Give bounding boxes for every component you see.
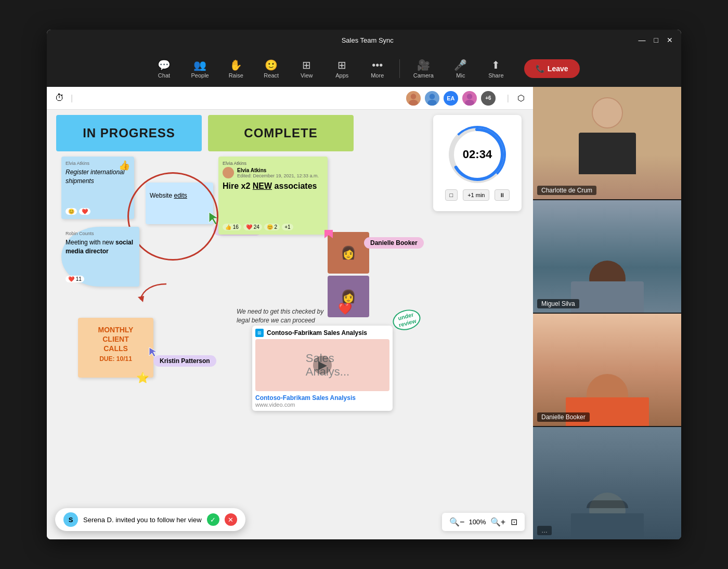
apps-button[interactable]: ⊞ Apps (327, 56, 358, 82)
camera-button[interactable]: 🎥 Camera (406, 56, 441, 82)
timer-square-button[interactable]: □ (445, 189, 458, 201)
timer-plus-min-button[interactable]: +1 min (463, 189, 489, 201)
timer-value: 02:34 (463, 148, 492, 161)
sticky-author-2: Robin Counts (66, 231, 135, 236)
sticky-meeting-text: Meeting with new social media director (66, 238, 135, 256)
svg-point-4 (467, 94, 473, 99)
raise-label: Raise (229, 72, 243, 79)
apps-icon: ⊞ (337, 59, 346, 71)
sticky-hire[interactable]: Elvia Atkins Elvia Atkins Edited: Decemb… (218, 157, 328, 235)
timer-widget: 02:34 □ +1 min ⏸ (433, 115, 522, 211)
sticky-meeting[interactable]: Robin Counts Meeting with new social med… (61, 227, 139, 287)
video-link-title[interactable]: Contoso-Fabrikam Sales Analysis (255, 394, 389, 402)
hire-sticky-header: Elvia Atkins (223, 161, 323, 166)
arrow-annotation (138, 281, 169, 304)
canvas-toolbar: ⏱ | EA +6 | ⬡ (47, 87, 533, 110)
video-tile-miguel: Miguel Silva (533, 200, 681, 313)
leave-button[interactable]: 📞 Leave (524, 59, 580, 78)
window-controls: — □ ✕ (639, 36, 673, 44)
video-title: Contoso-Fabrikam Sales Analysis (267, 329, 367, 337)
share-button[interactable]: ⬆ Share (480, 56, 512, 82)
column-complete: COMPLETE (208, 115, 354, 151)
share-view-icon[interactable]: ⬡ (517, 93, 525, 103)
close-button[interactable]: ✕ (667, 36, 673, 44)
video-embed-card[interactable]: ⊞ Contoso-Fabrikam Sales Analysis ▶ Sale… (252, 326, 393, 411)
video-url: www.video.com (255, 402, 389, 408)
svg-point-2 (430, 94, 435, 99)
avatar-2 (424, 90, 440, 107)
view-icon: ⊞ (302, 59, 311, 71)
people-label: People (191, 72, 209, 79)
leave-label: Leave (548, 64, 568, 73)
timer-pause-button[interactable]: ⏸ (495, 189, 510, 201)
mic-button[interactable]: 🎤 Mic (445, 56, 476, 82)
minimize-button[interactable]: — (639, 36, 646, 44)
legal-note: We need to get this checked by legal bef… (237, 307, 330, 325)
camera-icon: 🎥 (417, 59, 430, 71)
timer-icon[interactable]: ⏱ (55, 93, 64, 104)
more-button[interactable]: ••• More (362, 56, 393, 82)
sticky-monthly[interactable]: MONTHLYCLIENTCALLSDUE: 10/11 ⭐ (78, 318, 153, 378)
chat-button[interactable]: 💬 Chat (148, 56, 179, 82)
video-sidebar: Charlotte de Crum Miguel Silva Danie (533, 87, 681, 539)
more-label: More (371, 72, 384, 79)
raise-button[interactable]: ✋ Raise (220, 56, 252, 82)
sticky-reactions-2: ❤️ 11 (66, 275, 84, 282)
thumbs-up-emoji: 👍 (119, 160, 130, 171)
raise-icon: ✋ (229, 59, 242, 71)
people-icon: 👥 (193, 59, 206, 71)
sticky-monthly-text: MONTHLYCLIENTCALLSDUE: 10/11 (82, 325, 149, 363)
sticky-reactions-1: 😊 ❤️ (66, 208, 90, 215)
zoom-controls: 🔍− 100% 🔍+ ⊡ (442, 513, 525, 531)
hire-sticky-meta: Elvia Atkins Edited: December 19, 2021, … (223, 167, 323, 178)
canvas-content: IN PROGRESS COMPLETE 02:34 (47, 110, 533, 539)
video-tile-danielle: Danielle Booker (533, 314, 681, 426)
view-label: View (301, 72, 313, 79)
avatar-1 (405, 90, 422, 107)
video-thumbnail[interactable]: ▶ SalesAnalys... (255, 339, 389, 391)
react-button[interactable]: 🙂 React (256, 56, 287, 82)
teams-window: Sales Team Sync — □ ✕ 💬 Chat 👥 People ✋ … (47, 30, 681, 539)
notification-dismiss-button[interactable]: ✕ (225, 513, 237, 526)
column-in-progress: IN PROGRESS (56, 115, 202, 151)
share-label: Share (488, 72, 503, 79)
sticky-hire-text: Hire x2 NEW associates (223, 180, 323, 192)
notification-accept-button[interactable]: ✓ (207, 513, 219, 526)
timer-controls: □ +1 min ⏸ (445, 189, 510, 201)
apps-label: Apps (335, 72, 348, 79)
sticky-register[interactable]: Elvia Atkins Register international ship… (61, 157, 134, 219)
charlotte-name-badge: Charlotte de Crum (537, 186, 596, 195)
avatar-4 (461, 90, 478, 107)
miguel-name-badge: Miguel Silva (537, 299, 579, 308)
danielle-name-tag: Danielle Booker (364, 237, 424, 249)
zoom-in-button[interactable]: 🔍+ (489, 516, 506, 528)
avatar-extra: +6 (480, 90, 497, 107)
video-tile-charlotte: Charlotte de Crum (533, 87, 681, 199)
camera-label: Camera (413, 72, 434, 79)
zoom-out-button[interactable]: 🔍− (448, 516, 465, 528)
person4-name-badge: … (537, 526, 552, 535)
maximize-button[interactable]: □ (654, 36, 658, 44)
notification-text: Serena D. invited you to follow her view (83, 516, 202, 524)
share-icon: ⬆ (491, 59, 500, 71)
meeting-toolbar: 💬 Chat 👥 People ✋ Raise 🙂 React ⊞ View ⊞… (47, 50, 681, 87)
more-icon: ••• (372, 59, 383, 71)
svg-marker-11 (149, 347, 157, 357)
notification-avatar: S (63, 512, 78, 527)
svg-marker-10 (138, 296, 144, 302)
star-emoji: ⭐ (136, 371, 149, 384)
svg-point-5 (465, 99, 474, 106)
chat-icon: 💬 (158, 59, 171, 71)
svg-point-0 (411, 94, 417, 99)
mic-icon: 🎤 (454, 59, 467, 71)
fit-to-screen-button[interactable]: ⊡ (510, 516, 518, 528)
timer-display: 02:34 (449, 126, 506, 183)
title-bar: Sales Team Sync — □ ✕ (47, 30, 681, 50)
svg-point-3 (427, 99, 437, 106)
sticky-reactions-3: 👍 16 ❤️ 24 😊 2 +1 (223, 224, 293, 230)
people-button[interactable]: 👥 People (184, 56, 216, 82)
sticky-website[interactable]: Website edits (146, 183, 213, 224)
whiteboard-canvas[interactable]: ⏱ | EA +6 | ⬡ (47, 87, 533, 539)
view-button[interactable]: ⊞ View (291, 56, 322, 82)
avatar-ea: EA (443, 90, 459, 107)
